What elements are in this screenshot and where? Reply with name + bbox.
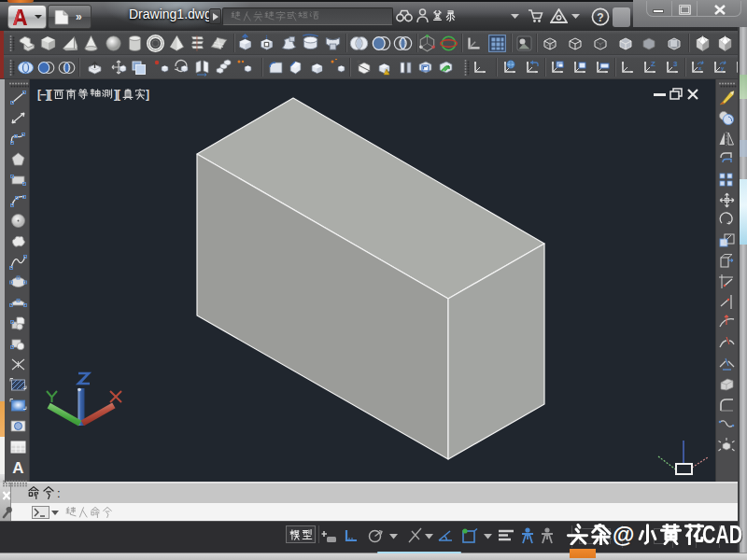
svg-text:?: ? [597,11,603,24]
svg-text:x: x [698,65,702,71]
svg-text:Z: Z [651,60,655,68]
svg-text:A: A [12,459,23,476]
svg-text:y: y [721,65,725,71]
svg-text:3: 3 [673,60,678,68]
svg-text:!: ! [387,69,388,75]
